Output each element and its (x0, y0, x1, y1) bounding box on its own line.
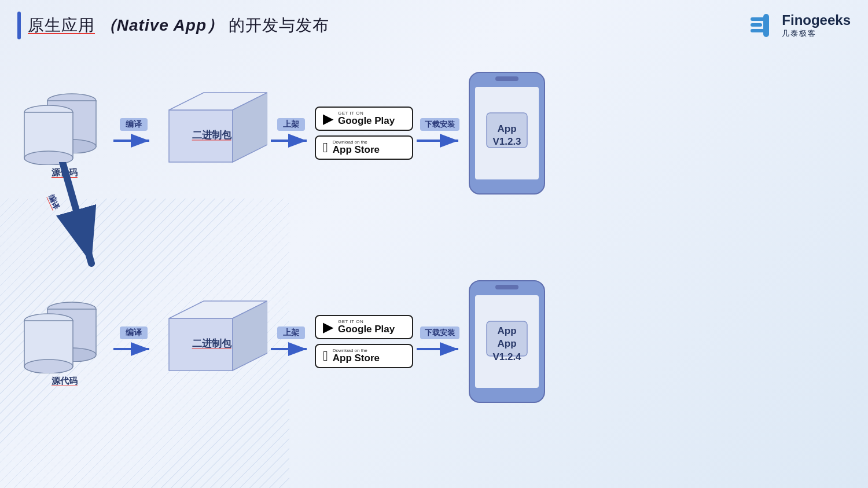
compile-arrow-svg-2 (113, 341, 154, 357)
apple-icon-1:  (323, 141, 328, 155)
svg-line-24 (62, 162, 91, 263)
store-text-2: Download on the App Store (333, 348, 380, 364)
store-buttons-1: ▶ GET IT ON Google Play  Download on th… (315, 107, 413, 159)
compile-arrow-2: 编译 (113, 326, 154, 357)
play-text-2: GET IT ON Google Play (338, 319, 395, 335)
logo-sub: 几泰极客 (782, 28, 816, 39)
download-arrow-svg-2 (417, 341, 463, 357)
row2: 源代码 编译 二进制包 上架 (23, 278, 547, 405)
binary-label-1: 二进制包 (192, 129, 231, 142)
compile-arrow-svg-1 (113, 133, 154, 149)
app-store-btn-2[interactable]:  Download on the App Store (315, 344, 413, 368)
svg-rect-21 (495, 76, 518, 81)
logo-area: Finogeeks 几泰极客 (751, 12, 851, 39)
google-play-btn-1[interactable]: ▶ GET IT ON Google Play (315, 107, 413, 131)
binary-box-2: 二进制包 (157, 295, 267, 388)
source-label-2: 源代码 (52, 376, 78, 387)
logo-name: Finogeeks (782, 12, 851, 28)
cylinder-front-2 (23, 313, 74, 373)
svg-rect-42 (495, 285, 518, 289)
app-version-text-2: App V1.2.4 (492, 338, 521, 362)
play-big-2: Google Play (338, 324, 395, 335)
compile-label-1: 编译 (120, 118, 148, 131)
page-title: 原生应用 （Native App） 的开发与发布 (28, 14, 329, 36)
play-icon-1: ▶ (323, 112, 333, 126)
download-arrow-1: 下载安装 (417, 118, 463, 149)
store-text-1: Download on the App Store (333, 140, 380, 156)
play-icon-2: ▶ (323, 320, 333, 334)
play-big-1: Google Play (338, 116, 395, 127)
source-code-group-2: 源代码 (23, 295, 110, 388)
phone-2: AppApp V1.2.4 (466, 278, 547, 405)
compile-arrow-1: 编译 (113, 118, 154, 149)
google-play-btn-2[interactable]: ▶ GET IT ON Google Play (315, 315, 413, 339)
publish-arrow-svg-1 (271, 133, 311, 149)
publish-arrow-1: 上架 (271, 118, 311, 149)
header: 原生应用 （Native App） 的开发与发布 Finogeeks 几泰极客 (17, 12, 851, 39)
download-arrow-2: 下载安装 (417, 326, 463, 357)
title-prefix: 原生应用 (28, 16, 95, 34)
diagonal-arrow-svg (51, 162, 120, 278)
diagram: 源代码 编译 二进制包 上架 (17, 52, 851, 476)
title-area: 原生应用 （Native App） 的开发与发布 (17, 12, 329, 39)
svg-rect-2 (751, 29, 764, 32)
svg-rect-1 (751, 23, 762, 27)
store-buttons-2: ▶ GET IT ON Google Play  Download on th… (315, 315, 413, 368)
compile-label-2: 编译 (120, 326, 148, 339)
binary-box-1: 二进制包 (157, 87, 267, 179)
svg-rect-3 (763, 14, 769, 37)
cylinder-front-1 (23, 104, 74, 165)
store-big-1: App Store (333, 145, 380, 156)
logo-icon (751, 14, 776, 37)
download-label-1: 下载安装 (420, 118, 459, 131)
app-version-2: AppApp V1.2.4 (487, 325, 527, 363)
app-store-btn-1[interactable]:  Download on the App Store (315, 135, 413, 160)
title-bar (17, 12, 21, 39)
diagonal-arrow: 编译 (51, 162, 120, 280)
app-version-1: AppV1.2.3 (492, 123, 521, 148)
publish-label-1: 上架 (277, 118, 305, 131)
phone-1: AppV1.2.3 (466, 69, 547, 197)
download-arrow-svg-1 (417, 133, 463, 149)
download-label-2: 下载安装 (420, 326, 459, 339)
title-bold: （Native App） (100, 16, 223, 34)
logo-text: Finogeeks 几泰极客 (782, 12, 851, 39)
play-text-1: GET IT ON Google Play (338, 111, 395, 127)
svg-point-30 (24, 359, 73, 373)
binary-label-2: 二进制包 (192, 337, 231, 350)
store-big-2: App Store (333, 353, 380, 364)
title-suffix: 的开发与发布 (229, 16, 329, 34)
publish-label-2: 上架 (277, 326, 305, 339)
apple-icon-2:  (323, 349, 328, 363)
publish-arrow-2: 上架 (271, 326, 311, 357)
publish-arrow-svg-2 (271, 341, 311, 357)
